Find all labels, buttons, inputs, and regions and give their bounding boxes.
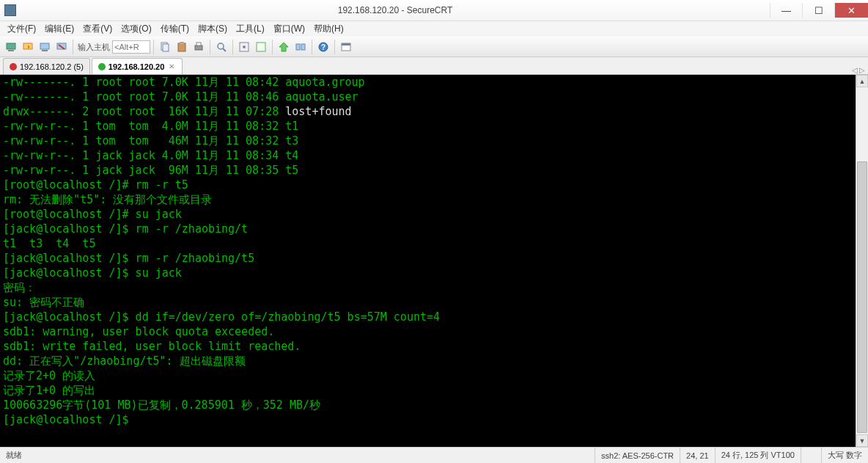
terminal-line: [jack@localhost /]$: [3, 412, 853, 427]
sftp-button[interactable]: [276, 39, 292, 55]
svg-rect-20: [301, 44, 305, 50]
disconnect-button[interactable]: [54, 39, 70, 55]
host-label: 输入主机: [76, 42, 111, 53]
menu-transfer[interactable]: 传输(T): [156, 21, 194, 37]
tab-nav: ◁ ▷: [852, 66, 868, 74]
toolbar-separator: [312, 40, 312, 54]
svg-rect-24: [342, 43, 350, 45]
svg-text:?: ?: [321, 43, 326, 51]
tab-next-icon[interactable]: ▷: [859, 66, 865, 74]
toolbar-separator: [210, 40, 210, 54]
scroll-thumb[interactable]: [857, 161, 867, 433]
svg-rect-1: [8, 50, 14, 51]
terminal-line: -rw-rw-r--. 1 tom tom 4.0M 11月 11 08:32 …: [3, 119, 853, 134]
tab-bar: 192.168.120.2 (5) 192.168.120.20 ✕ ◁ ▷: [0, 57, 868, 75]
menu-script[interactable]: 脚本(S): [194, 21, 232, 37]
status-size: 24 行, 125 列 VT100: [715, 448, 801, 464]
menu-bar: 文件(F) 编辑(E) 查看(V) 选项(O) 传输(T) 脚本(S) 工具(L…: [0, 21, 868, 37]
svg-rect-12: [196, 43, 201, 45]
menu-view[interactable]: 查看(V): [78, 21, 117, 37]
maximize-button[interactable]: ☐: [802, 3, 834, 18]
svg-rect-3: [40, 43, 49, 49]
menu-tools[interactable]: 工具(L): [232, 21, 269, 37]
toolbar-extra-button[interactable]: [338, 39, 354, 55]
session-tab-active[interactable]: 192.168.120.20 ✕: [92, 58, 183, 74]
tab-prev-icon[interactable]: ◁: [852, 66, 858, 74]
terminal-line: -rw-rw-r--. 1 jack jack 96M 11月 11 08:35…: [3, 163, 853, 178]
menu-file[interactable]: 文件(F): [3, 21, 40, 37]
menu-help[interactable]: 帮助(H): [309, 21, 348, 37]
toolbar-separator: [73, 40, 73, 54]
terminal-line: -rw-------. 1 root root 7.0K 11月 11 08:4…: [3, 90, 853, 104]
terminal-container: -rw-------. 1 root root 7.0K 11月 11 08:4…: [0, 75, 868, 447]
status-spacer: [801, 448, 821, 464]
terminal-line: sdb1: warning, user block quota exceeded…: [3, 324, 853, 339]
terminal-line: 记录了2+0 的读入: [3, 368, 853, 383]
tab-close-icon[interactable]: ✕: [167, 62, 176, 71]
reconnect-button[interactable]: [37, 39, 53, 55]
status-dot-icon: [98, 63, 106, 70]
close-button[interactable]: ✕: [834, 3, 868, 18]
terminal-line: -rw-rw-r--. 1 tom tom 46M 11月 11 08:32 t…: [3, 134, 853, 148]
terminal[interactable]: -rw-------. 1 root root 7.0K 11月 11 08:4…: [0, 75, 856, 447]
terminal-line: rm: 无法删除"t5": 没有那个文件或目录: [3, 192, 853, 207]
print-button[interactable]: [191, 39, 207, 55]
svg-rect-4: [42, 50, 48, 51]
menu-edit[interactable]: 编辑(E): [40, 21, 78, 37]
status-caps: 大写 数字: [821, 448, 868, 464]
svg-line-14: [223, 48, 226, 51]
svg-marker-18: [279, 43, 288, 51]
terminal-line: [jack@localhost /]$ rm -r /zhaobing/t5: [3, 251, 853, 266]
status-bar: 就绪 ssh2: AES-256-CTR 24, 21 24 行, 125 列 …: [0, 447, 868, 463]
terminal-line: 100663296字节(101 MB)已复制，0.285901 秒，352 MB…: [3, 398, 853, 412]
find-button[interactable]: [213, 39, 229, 55]
host-input[interactable]: [112, 40, 150, 54]
terminal-line: dd: 正在写入"/zhaobing/t5": 超出磁盘限额: [3, 354, 853, 368]
session-tab[interactable]: 192.168.120.2 (5): [3, 58, 90, 74]
status-ready: 就绪: [0, 450, 28, 461]
window-title: 192.168.120.20 - SecureCRT: [21, 5, 770, 15]
scroll-up-icon[interactable]: ▲: [856, 75, 868, 87]
transfer-button[interactable]: [293, 39, 309, 55]
help-button[interactable]: ?: [315, 39, 331, 55]
svg-rect-11: [195, 45, 202, 50]
title-bar: 192.168.120.20 - SecureCRT — ☐ ✕: [0, 0, 868, 21]
session-options-button[interactable]: [236, 39, 252, 55]
svg-rect-9: [178, 43, 185, 51]
quick-connect-button[interactable]: [20, 39, 36, 55]
scrollbar[interactable]: ▲ ▼: [856, 75, 868, 447]
terminal-line: sdb1: write failed, user block limit rea…: [3, 339, 853, 354]
copy-button[interactable]: [157, 39, 173, 55]
status-protocol: ssh2: AES-256-CTR: [595, 448, 680, 464]
svg-point-16: [243, 45, 246, 48]
terminal-line: 记录了1+0 的写出: [3, 383, 853, 398]
terminal-line: [root@localhost /]# su jack: [3, 207, 853, 222]
toolbar-separator: [232, 40, 233, 54]
terminal-line: 密码：: [3, 280, 853, 295]
terminal-line: -rw-------. 1 root root 7.0K 11月 11 08:4…: [3, 75, 853, 90]
toolbar-separator: [272, 40, 273, 54]
tab-label: 192.168.120.20: [108, 62, 164, 71]
terminal-line: [jack@localhost /]$ dd if=/dev/zero of=/…: [3, 310, 853, 324]
terminal-line: [jack@localhost /]$ su jack: [3, 266, 853, 280]
minimize-button[interactable]: —: [770, 3, 802, 18]
menu-options[interactable]: 选项(O): [117, 21, 155, 37]
terminal-line: t1 t3 t4 t5: [3, 236, 853, 251]
status-dot-icon: [10, 63, 17, 70]
svg-rect-0: [7, 43, 15, 49]
connect-button[interactable]: [3, 39, 19, 55]
app-icon: [4, 4, 16, 16]
svg-rect-8: [163, 44, 169, 51]
toolbar-separator: [334, 40, 335, 54]
svg-rect-10: [180, 42, 184, 44]
paste-button[interactable]: [174, 39, 190, 55]
terminal-line: drwx------. 2 root root 16K 11月 11 07:28…: [3, 104, 853, 119]
tab-label: 192.168.120.2 (5): [20, 62, 84, 71]
terminal-line: [jack@localhost /]$ rm -r /zhaobing/t: [3, 222, 853, 236]
scroll-track[interactable]: [856, 87, 868, 434]
toolbar-separator: [153, 40, 154, 54]
scroll-down-icon[interactable]: ▼: [856, 434, 868, 447]
global-options-button[interactable]: [253, 39, 269, 55]
menu-window[interactable]: 窗口(W): [269, 21, 309, 37]
terminal-line: [root@localhost /]# rm -r t5: [3, 178, 853, 192]
